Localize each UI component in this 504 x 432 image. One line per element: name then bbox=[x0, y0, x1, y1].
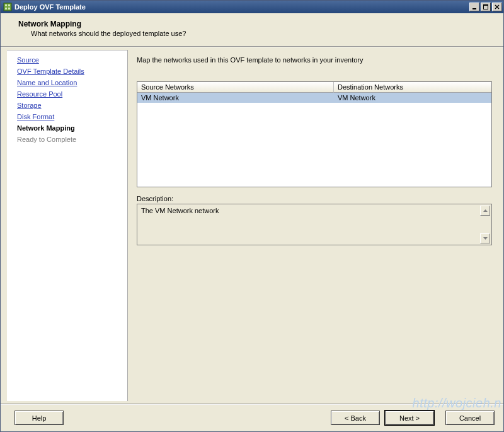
description-text: The VM Network network bbox=[141, 207, 219, 214]
cell-source: VM Network bbox=[137, 93, 334, 103]
svg-rect-4 bbox=[8, 8, 10, 9]
svg-rect-0 bbox=[4, 3, 11, 11]
table-row[interactable]: VM Network VM Network bbox=[137, 93, 491, 103]
sidebar-item-disk-format[interactable]: Disk Format bbox=[7, 111, 127, 122]
svg-rect-3 bbox=[5, 8, 7, 9]
scroll-up-button[interactable] bbox=[480, 206, 490, 216]
description-label: Description: bbox=[137, 195, 492, 202]
close-button[interactable] bbox=[492, 3, 502, 11]
next-button[interactable]: Next > bbox=[385, 411, 434, 425]
sidebar-item-network-mapping: Network Mapping bbox=[7, 122, 127, 134]
help-button[interactable]: Help bbox=[14, 411, 64, 425]
wizard-steps-sidebar: Source OVF Template Details Name and Loc… bbox=[7, 50, 128, 401]
table-header: Source Networks Destination Networks bbox=[137, 82, 491, 93]
svg-rect-7 bbox=[483, 4, 488, 6]
table-body: VM Network VM Network bbox=[137, 93, 491, 187]
wizard-window: Deploy OVF Template Network Mapping What… bbox=[0, 0, 504, 432]
mapping-instruction: Map the networks used in this OVF templa… bbox=[137, 56, 492, 64]
svg-marker-10 bbox=[483, 209, 488, 212]
step-title: Network Mapping bbox=[18, 20, 491, 28]
back-button[interactable]: < Back bbox=[331, 411, 380, 425]
maximize-button[interactable] bbox=[481, 3, 491, 11]
wizard-footer: Help < Back Next > Cancel bbox=[1, 404, 503, 431]
network-mapping-table: Source Networks Destination Networks VM … bbox=[137, 81, 492, 187]
cancel-button[interactable]: Cancel bbox=[445, 411, 495, 425]
wizard-header: Network Mapping What networks should the… bbox=[1, 13, 503, 47]
sidebar-item-name-location[interactable]: Name and Location bbox=[7, 77, 127, 88]
window-controls bbox=[468, 3, 502, 11]
description-box: The VM Network network bbox=[137, 204, 492, 245]
minimize-button[interactable] bbox=[469, 3, 479, 11]
window-title: Deploy OVF Template bbox=[14, 3, 468, 11]
scroll-down-button[interactable] bbox=[480, 233, 490, 243]
svg-rect-1 bbox=[5, 4, 7, 6]
sidebar-item-source[interactable]: Source bbox=[7, 54, 127, 66]
sidebar-item-storage[interactable]: Storage bbox=[7, 100, 127, 111]
app-icon bbox=[3, 3, 12, 11]
sidebar-item-ovf-details[interactable]: OVF Template Details bbox=[7, 66, 127, 77]
svg-rect-5 bbox=[472, 8, 476, 9]
cell-destination[interactable]: VM Network bbox=[334, 93, 491, 103]
step-description: What networks should the deployed templa… bbox=[31, 30, 491, 37]
wizard-body: Source OVF Template Details Name and Loc… bbox=[1, 47, 503, 404]
sidebar-item-resource-pool[interactable]: Resource Pool bbox=[7, 88, 127, 100]
wizard-main-content: Map the networks used in this OVF templa… bbox=[128, 47, 503, 404]
column-destination-networks[interactable]: Destination Networks bbox=[334, 82, 491, 93]
svg-rect-2 bbox=[8, 4, 10, 6]
column-source-networks[interactable]: Source Networks bbox=[137, 82, 334, 93]
sidebar-item-ready-complete: Ready to Complete bbox=[7, 134, 127, 145]
svg-marker-11 bbox=[483, 237, 488, 240]
titlebar: Deploy OVF Template bbox=[1, 1, 503, 13]
